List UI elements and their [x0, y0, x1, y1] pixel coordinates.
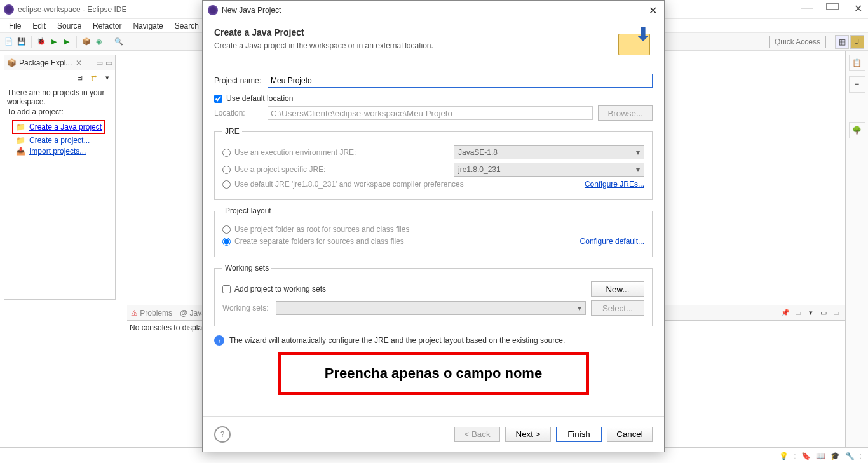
finish-button[interactable]: Finish — [556, 427, 602, 442]
create-java-project-link[interactable]: Create a Java project — [29, 123, 102, 131]
collapse-all-icon[interactable]: ⊟ — [74, 72, 85, 83]
console-pin-icon[interactable]: 📌 — [780, 308, 790, 318]
maximize-view-icon[interactable]: ▭ — [105, 58, 112, 67]
console-display-icon[interactable]: ▭ — [793, 308, 803, 318]
ws-legend: Working sets — [222, 264, 271, 272]
project-name-label: Project name: — [214, 76, 264, 85]
jre-env-select[interactable]: JavaSE-1.8▾ — [454, 145, 644, 159]
ws-label: Working sets: — [222, 304, 272, 312]
debug-icon[interactable]: 🐞 — [36, 37, 46, 47]
jre-opt2-label: Use a project specific JRE: — [234, 165, 450, 174]
close-tab-icon[interactable]: ✕ — [76, 58, 82, 67]
menu-refactor[interactable]: Refactor — [88, 20, 126, 32]
dialog-close-icon[interactable]: ✕ — [646, 4, 659, 17]
console-maximize-icon[interactable]: ▭ — [831, 308, 841, 318]
dialog-heading: Create a Java Project — [214, 27, 433, 37]
layout-legend: Project layout — [222, 206, 274, 215]
search-icon[interactable]: 🔍 — [114, 37, 124, 47]
import-projects-link[interactable]: Import projects... — [29, 147, 86, 156]
configure-jres-link[interactable]: Configure JREs... — [585, 180, 644, 189]
minimize-icon[interactable]: — — [801, 1, 813, 14]
location-label: Location: — [214, 109, 264, 117]
java-project-icon: 📁 — [16, 123, 25, 131]
menu-navigate[interactable]: Navigate — [128, 20, 168, 32]
new-class-icon[interactable]: ◉ — [94, 37, 104, 47]
jre-group: JRE Use an execution environment JRE: Ja… — [214, 127, 653, 200]
use-default-location-label: Use default location — [226, 94, 293, 103]
next-button[interactable]: Next > — [505, 427, 551, 442]
empty-workspace-msg-1: There are no projects in your workspace. — [7, 88, 112, 106]
close-icon[interactable]: ✕ — [851, 3, 864, 16]
perspective-switcher-icon[interactable]: ▦ — [835, 35, 849, 49]
cancel-button[interactable]: Cancel — [607, 427, 653, 442]
import-icon: 📥 — [16, 147, 25, 156]
jre-legend: JRE — [222, 127, 242, 136]
callout-annotation: Preencha apenas o campo nome — [278, 352, 589, 395]
jre-specific-select[interactable]: jre1.8.0_231▾ — [454, 163, 644, 177]
quick-access[interactable]: Quick Access — [769, 36, 826, 48]
dialog-maximize-icon[interactable] — [625, 4, 637, 17]
task-list-icon[interactable]: 📋 — [849, 55, 865, 71]
package-icon: 📦 — [7, 58, 17, 67]
save-icon[interactable]: 💾 — [17, 37, 27, 47]
layout-separate-radio[interactable] — [222, 238, 231, 246]
working-sets-group: Working sets Add project to working sets… — [214, 264, 653, 326]
info-icon: i — [214, 335, 224, 346]
right-trim: 📋 ≡ 🌳 — [845, 51, 868, 447]
outline-tree-icon[interactable]: 🌳 — [849, 122, 865, 138]
add-to-working-sets-checkbox[interactable] — [222, 285, 231, 293]
java-perspective-icon[interactable]: J — [850, 35, 864, 49]
jre-execution-env-radio[interactable] — [222, 149, 231, 157]
run-icon[interactable]: ▶ — [49, 37, 59, 47]
status-icon-3[interactable]: 🎓 — [831, 452, 840, 460]
wizard-info-text: The wizard will automatically configure … — [229, 336, 565, 345]
layout-opt2-label: Create separate folders for sources and … — [234, 237, 404, 246]
location-input — [268, 106, 593, 120]
menu-source[interactable]: Source — [52, 20, 86, 32]
new-java-project-dialog: New Java Project ✕ Create a Java Project… — [202, 0, 665, 452]
eclipse-icon — [4, 4, 14, 15]
menu-file[interactable]: File — [4, 20, 26, 32]
help-icon[interactable]: ? — [214, 426, 231, 443]
link-editor-icon[interactable]: ⇄ — [88, 72, 98, 83]
chevron-down-icon: ▾ — [578, 304, 581, 312]
create-project-link[interactable]: Create a project... — [29, 136, 90, 145]
dialog-subheading: Create a Java project in the workspace o… — [214, 41, 433, 50]
package-explorer-view: 📦 Package Expl... ✕ ▭ ▭ ⊟ ⇄ ▾ There are … — [4, 55, 116, 300]
tip-icon[interactable]: 💡 — [779, 452, 789, 460]
configure-default-link[interactable]: Configure default... — [580, 237, 644, 246]
layout-opt1-label: Use project folder as root for sources a… — [234, 225, 409, 234]
working-sets-select: ▾ — [276, 301, 586, 315]
status-icon-1[interactable]: 🔖 — [801, 452, 811, 460]
select-working-set-button: Select... — [591, 300, 644, 316]
console-minimize-icon[interactable]: ▭ — [818, 308, 829, 318]
status-icon-4[interactable]: 🔧 — [845, 452, 855, 460]
minimize-view-icon[interactable]: ▭ — [96, 58, 103, 67]
chevron-down-icon: ▾ — [636, 165, 640, 174]
new-package-icon[interactable]: 📦 — [81, 37, 92, 47]
layout-root-radio[interactable] — [222, 225, 231, 234]
new-working-set-button[interactable]: New... — [591, 281, 644, 297]
new-project-icon: 📁 — [16, 136, 25, 145]
jre-default-radio[interactable] — [222, 180, 231, 189]
project-name-input[interactable] — [268, 74, 653, 88]
tab-problems[interactable]: ⚠ Problems — [131, 309, 172, 318]
ws-chk-label: Add project to working sets — [234, 285, 326, 293]
view-menu-icon[interactable]: ▾ — [102, 72, 112, 83]
console-open-icon[interactable]: ▾ — [806, 308, 816, 318]
callout-text: Preencha apenas o campo nome — [325, 365, 542, 381]
empty-workspace-msg-2: To add a project: — [7, 107, 112, 116]
package-explorer-title: Package Expl... — [19, 58, 72, 67]
use-default-location-checkbox[interactable] — [214, 95, 222, 103]
menu-search[interactable]: Search — [170, 20, 204, 32]
jre-specific-radio[interactable] — [222, 166, 231, 174]
coverage-icon[interactable]: ▶ — [62, 37, 72, 47]
maximize-icon[interactable] — [826, 3, 839, 16]
menu-edit[interactable]: Edit — [27, 20, 51, 32]
eclipse-dialog-icon — [208, 5, 218, 15]
chevron-down-icon: ▾ — [636, 148, 640, 157]
outline-icon[interactable]: ≡ — [849, 76, 865, 93]
new-icon[interactable]: 📄 — [4, 37, 14, 47]
back-button: < Back — [454, 427, 500, 442]
status-icon-2[interactable]: 📖 — [816, 452, 825, 460]
